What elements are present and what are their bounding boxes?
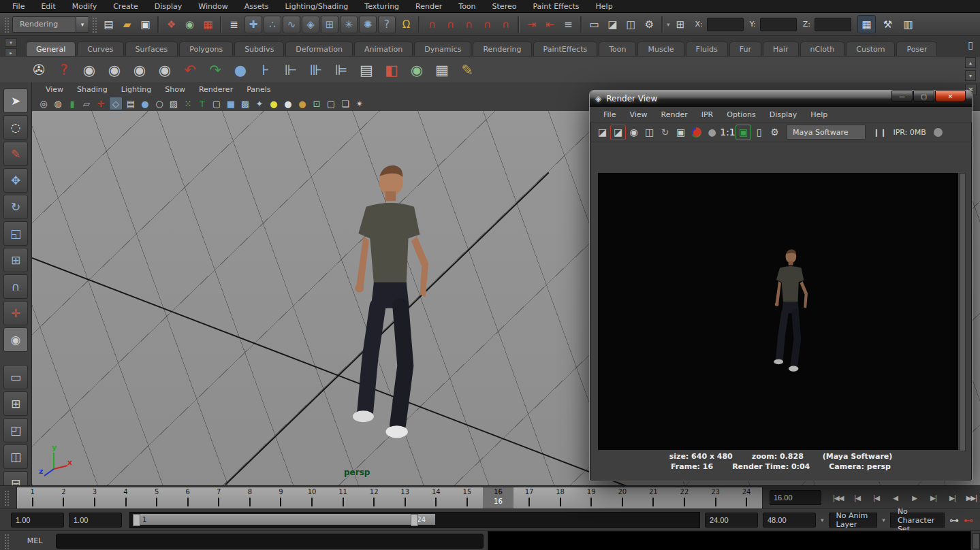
last-tool-camera-icon[interactable]: ◉ xyxy=(3,327,28,352)
mask-handles-icon[interactable]: ✚ xyxy=(244,16,262,33)
rv-menu-options[interactable]: Options xyxy=(720,110,762,119)
menu-lighting-shading[interactable]: Lighting/Shading xyxy=(276,2,356,11)
hypergraph-icon[interactable]: ▤ xyxy=(356,62,377,78)
timeline-frame-2[interactable]: 2 xyxy=(48,487,80,508)
input-connections-icon[interactable]: ⇥ xyxy=(523,16,540,33)
step-back-key-icon[interactable]: |◀ xyxy=(868,491,885,504)
attribute-editor-icon[interactable]: ▦ xyxy=(857,15,876,33)
go-to-start-icon[interactable]: |◀◀ xyxy=(829,491,847,504)
tool-settings-icon[interactable]: ⚒ xyxy=(879,16,896,33)
maximize-button[interactable]: ▢ xyxy=(913,91,934,102)
chevron-down-icon[interactable]: ▾ xyxy=(882,517,885,523)
field-chart-icon[interactable]: ⁙ xyxy=(182,97,194,110)
timeline-frame-21[interactable]: 21 xyxy=(638,487,669,508)
select-hierarchy-icon[interactable]: ◧ xyxy=(381,62,402,78)
single-pane-layout-icon[interactable]: ▭ xyxy=(3,365,28,389)
shelf-tab-hair[interactable]: Hair xyxy=(763,42,799,56)
character-set-select[interactable]: No Character Set xyxy=(890,513,945,528)
anim-layer-select[interactable]: No Anim Layer xyxy=(829,513,878,528)
wireframe-mode-icon[interactable]: ▢ xyxy=(210,97,223,110)
toolbar-grip[interactable] xyxy=(91,16,98,33)
timeline-frame-12[interactable]: 12 xyxy=(358,487,390,508)
timeline-frame-16[interactable]: 1616 xyxy=(483,487,514,508)
shelf-tab-custom[interactable]: Custom xyxy=(846,42,895,56)
menu-window[interactable]: Window xyxy=(190,2,236,11)
camera-zoom-icon[interactable]: ◉ xyxy=(155,62,175,78)
timeline-frame-11[interactable]: 11 xyxy=(328,487,359,508)
timeline-frame-20[interactable]: 20 xyxy=(607,487,638,508)
undo-icon[interactable]: ↶ xyxy=(180,62,200,78)
redo-previous-render-icon[interactable]: ◪ xyxy=(611,125,625,140)
shelf-tab-muscle[interactable]: Muscle xyxy=(637,42,684,56)
menu-help[interactable]: Help xyxy=(588,2,621,11)
range-slider-range[interactable]: 1 24 xyxy=(133,514,435,525)
shaded-sphere-icon[interactable]: ● xyxy=(139,97,151,110)
no-lights-icon[interactable]: ● xyxy=(296,97,309,110)
select-by-component-icon[interactable]: ▦ xyxy=(200,16,217,33)
auto-keyframe-icon[interactable]: ⊷ xyxy=(964,515,973,525)
timeline-frame-10[interactable]: 10 xyxy=(296,487,328,508)
resolution-gate-icon[interactable]: ○ xyxy=(153,97,165,110)
lock-selection-icon[interactable]: Ω xyxy=(398,16,415,33)
mask-deformations-icon[interactable]: ⊞ xyxy=(321,16,338,33)
isolate-select-icon[interactable]: ▢ xyxy=(325,97,337,110)
timeline-frame-13[interactable]: 13 xyxy=(390,487,421,508)
shelf-tab-deformation[interactable]: Deformation xyxy=(285,42,353,56)
saved-layouts-icon[interactable]: ◰ xyxy=(3,418,28,442)
rv-menu-render[interactable]: Render xyxy=(654,110,695,119)
snap-to-curve-icon[interactable]: ∩ xyxy=(442,16,459,33)
rotate-tool-icon[interactable]: ↻ xyxy=(3,195,28,219)
menu-modify[interactable]: Modify xyxy=(64,2,105,11)
redo-icon[interactable]: ↷ xyxy=(205,62,225,78)
shelf-tab-curves[interactable]: Curves xyxy=(77,42,123,56)
mask-joints-icon[interactable]: ∴ xyxy=(264,16,281,33)
menu-render[interactable]: Render xyxy=(407,2,450,11)
step-forward-key-icon[interactable]: ▶| xyxy=(925,491,942,504)
joint-xray-icon[interactable]: ✴ xyxy=(353,97,366,110)
menuset-dropdown[interactable]: Rendering ▾ xyxy=(12,16,89,33)
play-forwards-icon[interactable]: ▶ xyxy=(906,491,923,504)
shelf-tab-rendering[interactable]: Rendering xyxy=(473,42,531,56)
remove-image-icon[interactable]: ▯ xyxy=(752,125,766,140)
current-time-field[interactable] xyxy=(770,490,821,505)
snap-to-plane-icon[interactable]: ∩ xyxy=(479,16,496,33)
open-render-view-icon[interactable]: ▭ xyxy=(586,16,603,33)
refresh-render-icon[interactable]: ↻ xyxy=(658,125,672,140)
mask-dynamics-icon[interactable]: ✳ xyxy=(340,16,358,33)
cluster-icon[interactable]: ⊪ xyxy=(306,62,326,78)
panel-menu-shading[interactable]: Shading xyxy=(70,85,114,94)
mel-command-input[interactable] xyxy=(56,534,484,549)
save-scene-icon[interactable]: ▣ xyxy=(137,16,154,33)
absolute-transform-icon[interactable]: ⊞ xyxy=(672,16,689,33)
shelf-tab-dynamics[interactable]: Dynamics xyxy=(414,42,471,56)
panel-menu-view[interactable]: View xyxy=(39,85,70,94)
output-connections-icon[interactable]: ⇤ xyxy=(541,16,558,33)
zoom-one-to-one-icon[interactable]: 1:1 xyxy=(721,125,735,140)
mask-rendering-icon[interactable]: ✺ xyxy=(359,16,377,33)
rgb-channels-icon[interactable]: ● xyxy=(691,127,701,138)
shelf-tab-fur[interactable]: Fur xyxy=(729,42,761,56)
menu-create[interactable]: Create xyxy=(105,2,146,11)
minimize-button[interactable]: — xyxy=(891,91,913,102)
help-icon[interactable]: ? xyxy=(378,16,396,33)
select-component-mode-icon[interactable]: ▦ xyxy=(432,62,452,78)
menu-file[interactable]: File xyxy=(4,2,33,11)
y-coordinate-field[interactable] xyxy=(760,18,797,31)
shelf-tab-subdivs[interactable]: Subdivs xyxy=(234,42,284,56)
snap-mode-menu-icon[interactable]: ≣ xyxy=(225,16,242,33)
construction-history-icon[interactable]: ≡ xyxy=(560,16,577,33)
select-by-object-icon[interactable]: ◉ xyxy=(181,16,198,33)
scale-tool-icon[interactable]: ◱ xyxy=(3,221,28,246)
menu-toon[interactable]: Toon xyxy=(450,2,484,11)
mel-language-button[interactable]: MEL xyxy=(14,536,56,545)
shelf-tab-surfaces[interactable]: Surfaces xyxy=(125,42,178,56)
range-start-handle[interactable] xyxy=(133,514,140,526)
pan-zoom-icon[interactable]: ✛ xyxy=(95,97,107,110)
panel-menu-panels[interactable]: Panels xyxy=(240,85,277,94)
camera-tumble-icon[interactable]: ◉ xyxy=(79,62,99,78)
ipr-render-icon[interactable]: ◫ xyxy=(642,125,657,140)
select-object-mode-icon[interactable]: ◉ xyxy=(407,62,427,78)
play-backwards-icon[interactable]: ◀ xyxy=(887,491,904,504)
timeline-frame-15[interactable]: 15 xyxy=(452,487,483,508)
timeline-frame-18[interactable]: 18 xyxy=(545,487,576,508)
